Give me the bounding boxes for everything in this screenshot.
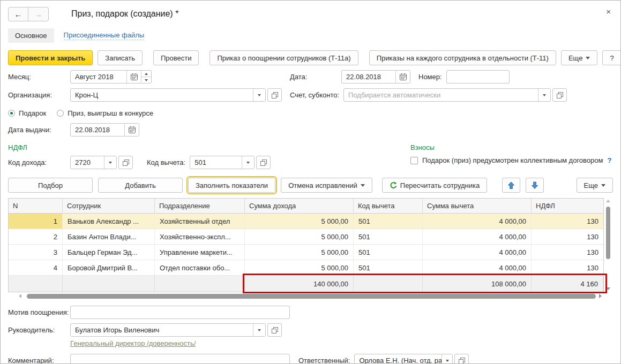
column-header-deduction[interactable]: Сумма вычета [423, 199, 532, 213]
calendar-icon[interactable] [395, 71, 410, 83]
chevron-down-icon[interactable] [442, 354, 452, 364]
add-label: Добавить [125, 181, 155, 189]
calendar-icon[interactable] [124, 124, 139, 136]
open-icon[interactable] [454, 354, 469, 364]
scroll-right-icon[interactable] [599, 294, 602, 298]
issue-date-value[interactable]: 22.08.2018 [71, 124, 124, 136]
organization-combobox[interactable]: Крон-Ц [70, 88, 266, 102]
recalculate-button[interactable]: Пересчитать сотрудника [382, 178, 487, 193]
open-icon[interactable] [552, 88, 567, 102]
pick-button[interactable]: Подбор [8, 178, 93, 193]
totals-empty [63, 276, 155, 292]
radio-gift[interactable]: Подарок [8, 109, 46, 117]
scrollbar-thumb[interactable] [27, 294, 596, 299]
chevron-down-icon[interactable] [242, 156, 254, 169]
collective-agreement-checkbox[interactable] [410, 157, 418, 164]
help-icon[interactable]: ? [607, 156, 611, 164]
account-combobox[interactable]: Подбирается автоматически [343, 88, 551, 102]
comment-input[interactable] [70, 354, 290, 364]
undo-corrections-button[interactable]: Отмена исправлений [281, 178, 372, 193]
month-value[interactable]: Август 2018 [71, 71, 126, 83]
page-title: Приз, подарок (создание) * [71, 9, 178, 19]
totals-empty [155, 276, 245, 292]
column-header-ndfl[interactable]: НДФЛ [532, 199, 603, 213]
open-icon[interactable] [267, 323, 282, 337]
totals-empty [354, 276, 423, 292]
cell-n: 3 [9, 245, 63, 260]
column-header-deduction-code[interactable]: Код вычета [354, 199, 423, 213]
column-header-employee[interactable]: Сотрудник [63, 199, 155, 213]
chevron-down-icon [586, 57, 590, 59]
month-input[interactable]: Август 2018 [70, 70, 152, 84]
calendar-icon[interactable] [126, 71, 141, 83]
column-header-department[interactable]: Подразделение [155, 199, 245, 213]
cell-deduction: 4 000,00 [423, 229, 532, 244]
horizontal-scrollbar[interactable] [8, 292, 604, 300]
add-button[interactable]: Добавить [98, 178, 183, 193]
number-input[interactable] [446, 70, 510, 84]
table-more-button[interactable]: Еще [577, 178, 613, 193]
fill-indicators-button[interactable]: Заполнить показатели [188, 178, 275, 193]
responsible-combobox[interactable]: Орлова Е.Н. (Нач. отд. ра [354, 354, 453, 364]
open-icon[interactable] [256, 156, 271, 169]
issue-date-input[interactable]: 22.08.2018 [70, 123, 139, 136]
scroll-down-icon[interactable] [606, 287, 610, 290]
cell-income: 5 000,00 [245, 245, 354, 260]
manager-value[interactable]: Булатов Игорь Виленович [71, 324, 253, 336]
help-button[interactable]: ? [602, 50, 621, 65]
table-row[interactable]: 1 Ваньков Александр ... Хозяйственный от… [9, 214, 603, 229]
month-spinner[interactable] [141, 71, 151, 83]
move-down-button[interactable] [526, 178, 544, 193]
arrow-up-icon [507, 181, 515, 189]
spinner-down-icon[interactable] [141, 77, 151, 83]
chevron-down-icon[interactable] [253, 324, 265, 336]
move-up-button[interactable] [502, 178, 520, 193]
date-input[interactable]: 22.08.2018 [341, 70, 410, 84]
write-button[interactable]: Записать [98, 50, 143, 65]
column-header-income[interactable]: Сумма дохода [245, 199, 354, 213]
order-t11a-button[interactable]: Приказ о поощрении сотрудников (Т-11а) [210, 50, 358, 65]
chevron-down-icon[interactable] [104, 156, 116, 169]
account-label: Счет, субконто: [290, 91, 339, 99]
manager-combobox[interactable]: Булатов Игорь Виленович [70, 323, 266, 337]
table-row[interactable]: 3 Бальцер Герман Эд... Управление маркет… [9, 245, 603, 260]
tab-attached-files[interactable]: Присоединенные файлы [64, 31, 145, 40]
deduction-code-combobox[interactable]: 501 [190, 156, 255, 169]
forward-icon[interactable]: → [28, 7, 48, 21]
titlebar: ← → Приз, подарок (создание) * × [1, 1, 620, 22]
spinner-up-icon[interactable] [141, 71, 151, 77]
scroll-up-icon[interactable] [606, 200, 610, 202]
deduction-code-value[interactable]: 501 [190, 156, 242, 169]
scrollbar-thumb[interactable] [606, 207, 610, 259]
recalculate-label: Пересчитать сотрудника [400, 181, 480, 189]
radio-prize[interactable]: Приз, выигрыш в конкурсе [57, 109, 153, 117]
post-button[interactable]: Провести [153, 50, 199, 65]
organization-value[interactable]: Крон-Ц [71, 89, 253, 101]
arrow-down-icon [531, 181, 538, 189]
column-header-n[interactable]: N [9, 199, 63, 213]
motive-input[interactable] [70, 306, 290, 319]
open-icon[interactable] [267, 88, 282, 102]
chevron-down-icon[interactable] [538, 89, 550, 101]
open-icon[interactable] [118, 156, 133, 169]
table-row[interactable]: 2 Базин Антон Влади... Хозяйственно-эксп… [9, 229, 603, 245]
document-window: ← → Приз, подарок (создание) * × Основно… [0, 0, 621, 364]
account-placeholder[interactable]: Подбирается автоматически [344, 89, 538, 101]
post-and-close-button[interactable]: Провести и закрыть [8, 50, 93, 65]
date-value[interactable]: 22.08.2018 [342, 71, 395, 83]
responsible-value[interactable]: Орлова Е.Н. (Нач. отд. ра [355, 354, 442, 364]
vertical-scrollbar[interactable] [604, 198, 612, 292]
income-code-value[interactable]: 2720 [71, 156, 104, 169]
close-icon[interactable]: × [606, 7, 611, 16]
more-button[interactable]: Еще [561, 50, 597, 65]
pick-label: Подбор [38, 181, 63, 189]
date-label: Дата: [290, 73, 337, 81]
order-t11-button[interactable]: Приказы на каждого сотрудника в отдельно… [369, 50, 556, 65]
back-icon[interactable]: ← [9, 7, 28, 21]
table-row[interactable]: 4 Боровой Дмитрий В... Отдел поставки об… [9, 260, 603, 276]
chevron-down-icon[interactable] [253, 89, 265, 101]
manager-position-link[interactable]: Генеральный директор /доверенность/ [70, 339, 196, 347]
income-code-combobox[interactable]: 2720 [70, 156, 117, 169]
tab-main[interactable]: Основное [8, 28, 54, 43]
scroll-left-icon[interactable] [19, 294, 21, 298]
